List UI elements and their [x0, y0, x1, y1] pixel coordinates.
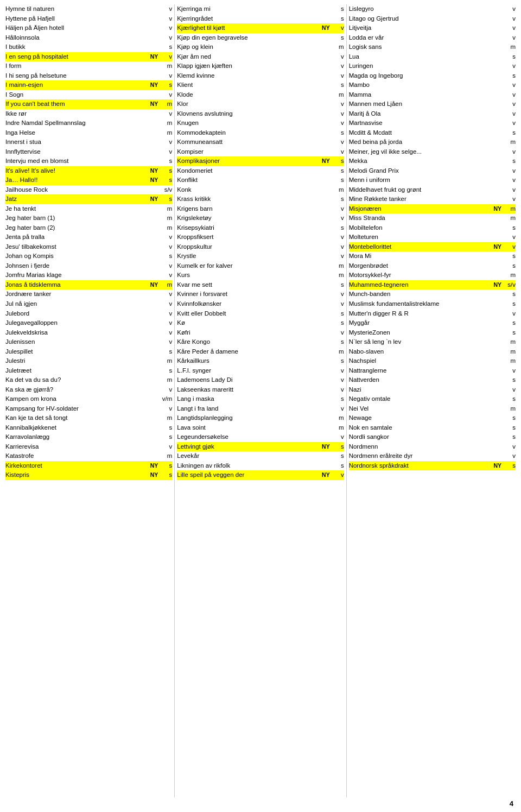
- entry-title: Nok en samtale: [349, 424, 504, 432]
- entry-type: s: [504, 72, 516, 79]
- entry-type: s: [332, 443, 344, 450]
- entry-type: v: [332, 215, 344, 221]
- entry-type: v: [160, 338, 172, 345]
- entry-title: Je ha tenkt: [5, 205, 160, 213]
- list-item: I hi seng på helsetunev: [5, 71, 172, 81]
- list-item: Jomfru Marias klagev: [5, 270, 172, 280]
- list-item: Nordmenn erålreite dyrv: [349, 451, 516, 461]
- entry-title: Kjerringrådet: [177, 15, 332, 23]
- entry-type: m: [332, 414, 344, 421]
- entry-title: Morgenbrødet: [349, 262, 504, 270]
- list-item: I en seng på hospitaletNYv: [5, 52, 172, 62]
- entry-title: Magda og Ingeborg: [349, 72, 504, 80]
- list-item: Kvitt eller Dobbelts: [177, 309, 344, 319]
- entry-type: v: [332, 62, 344, 69]
- entry-type: v: [332, 386, 344, 393]
- entry-type: s: [160, 367, 172, 374]
- list-item: Knugenv: [177, 118, 344, 128]
- list-item: Nok en samtales: [349, 423, 516, 433]
- entry-title: Med beina på jorda: [349, 138, 504, 147]
- list-item: Intervju med en blomsts: [5, 156, 172, 166]
- list-item: Hymne til naturenv: [5, 4, 172, 14]
- entry-type: s: [160, 196, 172, 202]
- entry-title: Julestri: [5, 357, 160, 366]
- list-item: Klapp igjæn kjæftenv: [177, 61, 344, 71]
- list-item: Kannibalkjøkkenets: [5, 423, 172, 433]
- entry-title: L.F.I. synger: [177, 367, 332, 375]
- entry-type: v: [160, 234, 172, 240]
- entry-title: Mannen med Ljåen: [349, 100, 504, 109]
- list-item: KisteprisNYs: [5, 470, 172, 480]
- entry-title: It's alive! It's alive!: [5, 167, 149, 175]
- list-item: Langt i fra landv: [177, 404, 344, 414]
- entry-title: N`ler så leng `n lev: [349, 338, 504, 347]
- entry-title: Kjerringa mi: [177, 5, 332, 14]
- list-item: Kvinnfolkønskerv: [177, 299, 344, 309]
- entry-type: v: [160, 300, 172, 307]
- entry-title: I form: [5, 62, 160, 71]
- entry-badge: NY: [149, 196, 160, 202]
- list-item: Julestrim: [5, 356, 172, 366]
- list-item: I butikks: [5, 42, 172, 52]
- entry-type: s: [332, 319, 344, 326]
- list-item: Langtidsplanleggingm: [177, 413, 344, 423]
- entry-type: v: [332, 72, 344, 79]
- entry-title: Nordmenn erålreite dyr: [349, 452, 504, 461]
- list-item: I Sognv: [5, 90, 172, 100]
- entry-title: Kvar me sett: [177, 281, 332, 289]
- entry-title: Kampsang for HV-soldater: [5, 405, 160, 413]
- entry-type: s: [504, 329, 516, 336]
- entry-title: Jeg hater barn (2): [5, 224, 160, 232]
- entry-title: Nattranglerne: [349, 367, 504, 375]
- entry-type: s: [332, 34, 344, 41]
- entry-type: s: [504, 433, 516, 440]
- entry-type: m: [160, 452, 172, 459]
- list-item: Karrierevisav: [5, 442, 172, 452]
- entry-title: Munch-banden: [349, 290, 504, 299]
- entry-title: Ka ska æ gjørrå?: [5, 386, 160, 394]
- entry-type: v: [332, 471, 344, 478]
- entry-title: Julekveldskrisa: [5, 329, 160, 337]
- entry-title: Middelhavet frukt og grønt: [349, 186, 504, 194]
- entry-type: v: [332, 24, 344, 31]
- entry-type: m: [160, 62, 172, 69]
- list-item: Klovnens avslutningv: [177, 109, 344, 119]
- entry-title: Julegavegalloppen: [5, 319, 160, 328]
- list-item: MontebellorittetNYv: [349, 242, 516, 252]
- list-item: Nordnorsk språkdraktNYs: [349, 461, 516, 471]
- entry-title: Innflyttervise: [5, 148, 160, 156]
- entry-type: v: [504, 81, 516, 88]
- list-item: Martnasvisev: [349, 118, 516, 128]
- entry-title: Klemd kvinne: [177, 72, 332, 80]
- entry-type: s: [160, 462, 172, 469]
- list-item: Muhammed-tegnerenNYs/v: [349, 280, 516, 290]
- entry-type: v: [160, 91, 172, 98]
- entry-title: Luringen: [349, 62, 504, 71]
- entry-title: Muslimsk fundamentalistreklame: [349, 300, 504, 309]
- entry-title: Jatz: [5, 195, 149, 204]
- entry-type: s: [332, 224, 344, 231]
- entry-title: Kannibalkjøkkenet: [5, 424, 160, 432]
- entry-title: Kirkekontoret: [5, 462, 149, 470]
- list-item: Mora Mis: [349, 251, 516, 261]
- list-item: Häljen på Äljen hotellv: [5, 23, 172, 33]
- entry-type: m: [504, 272, 516, 278]
- entry-title: Häljen på Äljen hotell: [5, 24, 160, 33]
- entry-type: m: [504, 205, 516, 212]
- entry-type: m: [332, 348, 344, 355]
- entry-title: I en seng på hospitalet: [5, 53, 149, 61]
- entry-type: s: [160, 43, 172, 50]
- list-item: Je ha tenktm: [5, 204, 172, 214]
- list-item: Nabo-slavenm: [349, 347, 516, 357]
- entry-type: v: [504, 91, 516, 98]
- list-item: Likningen av rikfolks: [177, 461, 344, 471]
- entry-type: m: [332, 43, 344, 50]
- entry-title: Kommuneansatt: [177, 138, 332, 147]
- list-item: Mambov: [349, 80, 516, 90]
- entry-title: I mainn-esjen: [5, 81, 149, 90]
- entry-title: Julebord: [5, 310, 160, 318]
- entry-title: Likningen av rikfolk: [177, 462, 332, 470]
- list-item: Klorv: [177, 99, 344, 109]
- entry-title: Lettvingt gjøk: [177, 443, 321, 451]
- entry-title: Lodda er vår: [349, 34, 504, 42]
